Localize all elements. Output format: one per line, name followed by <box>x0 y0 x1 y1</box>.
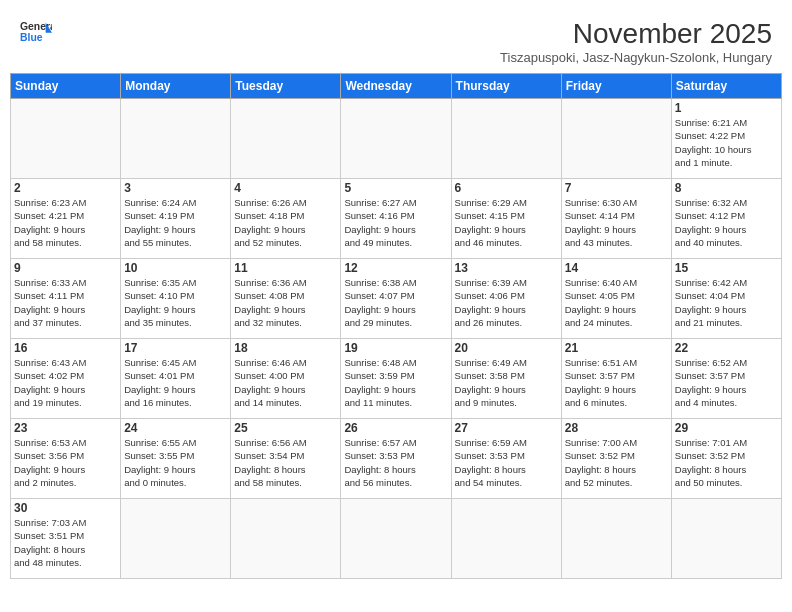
day-number: 23 <box>14 421 117 435</box>
calendar-day-cell: 22Sunrise: 6:52 AMSunset: 3:57 PMDayligh… <box>671 339 781 419</box>
calendar-day-cell: 20Sunrise: 6:49 AMSunset: 3:58 PMDayligh… <box>451 339 561 419</box>
calendar-table: SundayMondayTuesdayWednesdayThursdayFrid… <box>10 73 782 579</box>
calendar-day-cell <box>341 99 451 179</box>
calendar-week-row: 16Sunrise: 6:43 AMSunset: 4:02 PMDayligh… <box>11 339 782 419</box>
day-number: 11 <box>234 261 337 275</box>
month-year-title: November 2025 <box>500 18 772 50</box>
day-number: 17 <box>124 341 227 355</box>
day-number: 26 <box>344 421 447 435</box>
day-info: Sunrise: 6:52 AMSunset: 3:57 PMDaylight:… <box>675 356 778 409</box>
calendar-day-cell: 4Sunrise: 6:26 AMSunset: 4:18 PMDaylight… <box>231 179 341 259</box>
calendar-day-cell <box>231 499 341 579</box>
calendar-day-cell: 17Sunrise: 6:45 AMSunset: 4:01 PMDayligh… <box>121 339 231 419</box>
calendar-day-cell <box>451 499 561 579</box>
day-info: Sunrise: 6:45 AMSunset: 4:01 PMDaylight:… <box>124 356 227 409</box>
logo-icon: General Blue <box>20 18 52 46</box>
day-number: 22 <box>675 341 778 355</box>
day-info: Sunrise: 6:36 AMSunset: 4:08 PMDaylight:… <box>234 276 337 329</box>
calendar-day-cell <box>561 99 671 179</box>
calendar-day-cell: 6Sunrise: 6:29 AMSunset: 4:15 PMDaylight… <box>451 179 561 259</box>
day-number: 14 <box>565 261 668 275</box>
day-info: Sunrise: 6:48 AMSunset: 3:59 PMDaylight:… <box>344 356 447 409</box>
day-info: Sunrise: 6:29 AMSunset: 4:15 PMDaylight:… <box>455 196 558 249</box>
calendar-weekday-header: Sunday <box>11 74 121 99</box>
day-info: Sunrise: 6:46 AMSunset: 4:00 PMDaylight:… <box>234 356 337 409</box>
calendar-day-cell: 16Sunrise: 6:43 AMSunset: 4:02 PMDayligh… <box>11 339 121 419</box>
day-info: Sunrise: 7:03 AMSunset: 3:51 PMDaylight:… <box>14 516 117 569</box>
day-number: 18 <box>234 341 337 355</box>
calendar-week-row: 2Sunrise: 6:23 AMSunset: 4:21 PMDaylight… <box>11 179 782 259</box>
calendar-day-cell: 27Sunrise: 6:59 AMSunset: 3:53 PMDayligh… <box>451 419 561 499</box>
calendar-day-cell: 9Sunrise: 6:33 AMSunset: 4:11 PMDaylight… <box>11 259 121 339</box>
calendar-day-cell: 15Sunrise: 6:42 AMSunset: 4:04 PMDayligh… <box>671 259 781 339</box>
calendar-day-cell: 11Sunrise: 6:36 AMSunset: 4:08 PMDayligh… <box>231 259 341 339</box>
calendar-header-row: SundayMondayTuesdayWednesdayThursdayFrid… <box>11 74 782 99</box>
day-number: 27 <box>455 421 558 435</box>
svg-text:Blue: Blue <box>20 32 43 43</box>
calendar-day-cell: 18Sunrise: 6:46 AMSunset: 4:00 PMDayligh… <box>231 339 341 419</box>
day-number: 15 <box>675 261 778 275</box>
day-info: Sunrise: 6:23 AMSunset: 4:21 PMDaylight:… <box>14 196 117 249</box>
day-number: 6 <box>455 181 558 195</box>
calendar-weekday-header: Tuesday <box>231 74 341 99</box>
calendar-weekday-header: Friday <box>561 74 671 99</box>
calendar-week-row: 30Sunrise: 7:03 AMSunset: 3:51 PMDayligh… <box>11 499 782 579</box>
calendar-weekday-header: Monday <box>121 74 231 99</box>
calendar-day-cell <box>561 499 671 579</box>
day-info: Sunrise: 6:27 AMSunset: 4:16 PMDaylight:… <box>344 196 447 249</box>
day-info: Sunrise: 6:56 AMSunset: 3:54 PMDaylight:… <box>234 436 337 489</box>
calendar-day-cell <box>341 499 451 579</box>
day-info: Sunrise: 6:35 AMSunset: 4:10 PMDaylight:… <box>124 276 227 329</box>
calendar-day-cell: 28Sunrise: 7:00 AMSunset: 3:52 PMDayligh… <box>561 419 671 499</box>
day-number: 9 <box>14 261 117 275</box>
day-info: Sunrise: 6:55 AMSunset: 3:55 PMDaylight:… <box>124 436 227 489</box>
calendar-day-cell: 25Sunrise: 6:56 AMSunset: 3:54 PMDayligh… <box>231 419 341 499</box>
day-number: 21 <box>565 341 668 355</box>
day-number: 4 <box>234 181 337 195</box>
day-info: Sunrise: 6:30 AMSunset: 4:14 PMDaylight:… <box>565 196 668 249</box>
calendar-day-cell <box>121 99 231 179</box>
logo: General Blue <box>20 18 52 46</box>
calendar-day-cell <box>231 99 341 179</box>
calendar-weekday-header: Thursday <box>451 74 561 99</box>
day-info: Sunrise: 6:40 AMSunset: 4:05 PMDaylight:… <box>565 276 668 329</box>
day-number: 28 <box>565 421 668 435</box>
day-info: Sunrise: 6:43 AMSunset: 4:02 PMDaylight:… <box>14 356 117 409</box>
day-info: Sunrise: 6:21 AMSunset: 4:22 PMDaylight:… <box>675 116 778 169</box>
day-number: 29 <box>675 421 778 435</box>
day-info: Sunrise: 6:57 AMSunset: 3:53 PMDaylight:… <box>344 436 447 489</box>
calendar-day-cell <box>451 99 561 179</box>
calendar-day-cell: 7Sunrise: 6:30 AMSunset: 4:14 PMDaylight… <box>561 179 671 259</box>
calendar-day-cell: 1Sunrise: 6:21 AMSunset: 4:22 PMDaylight… <box>671 99 781 179</box>
calendar-day-cell: 30Sunrise: 7:03 AMSunset: 3:51 PMDayligh… <box>11 499 121 579</box>
calendar-weekday-header: Saturday <box>671 74 781 99</box>
day-number: 8 <box>675 181 778 195</box>
day-number: 13 <box>455 261 558 275</box>
calendar-day-cell <box>11 99 121 179</box>
page-header: General Blue November 2025 Tiszapuspoki,… <box>10 10 782 69</box>
calendar-day-cell: 14Sunrise: 6:40 AMSunset: 4:05 PMDayligh… <box>561 259 671 339</box>
day-info: Sunrise: 6:49 AMSunset: 3:58 PMDaylight:… <box>455 356 558 409</box>
day-number: 12 <box>344 261 447 275</box>
calendar-day-cell: 24Sunrise: 6:55 AMSunset: 3:55 PMDayligh… <box>121 419 231 499</box>
calendar-week-row: 23Sunrise: 6:53 AMSunset: 3:56 PMDayligh… <box>11 419 782 499</box>
day-number: 25 <box>234 421 337 435</box>
calendar-day-cell: 12Sunrise: 6:38 AMSunset: 4:07 PMDayligh… <box>341 259 451 339</box>
calendar-day-cell: 3Sunrise: 6:24 AMSunset: 4:19 PMDaylight… <box>121 179 231 259</box>
calendar-week-row: 1Sunrise: 6:21 AMSunset: 4:22 PMDaylight… <box>11 99 782 179</box>
day-info: Sunrise: 7:01 AMSunset: 3:52 PMDaylight:… <box>675 436 778 489</box>
calendar-day-cell: 8Sunrise: 6:32 AMSunset: 4:12 PMDaylight… <box>671 179 781 259</box>
day-number: 5 <box>344 181 447 195</box>
day-number: 19 <box>344 341 447 355</box>
calendar-weekday-header: Wednesday <box>341 74 451 99</box>
day-info: Sunrise: 6:24 AMSunset: 4:19 PMDaylight:… <box>124 196 227 249</box>
calendar-day-cell: 29Sunrise: 7:01 AMSunset: 3:52 PMDayligh… <box>671 419 781 499</box>
day-info: Sunrise: 6:42 AMSunset: 4:04 PMDaylight:… <box>675 276 778 329</box>
title-section: November 2025 Tiszapuspoki, Jasz-Nagykun… <box>500 18 772 65</box>
day-number: 10 <box>124 261 227 275</box>
location-subtitle: Tiszapuspoki, Jasz-Nagykun-Szolonk, Hung… <box>500 50 772 65</box>
day-info: Sunrise: 6:51 AMSunset: 3:57 PMDaylight:… <box>565 356 668 409</box>
day-number: 24 <box>124 421 227 435</box>
day-info: Sunrise: 6:26 AMSunset: 4:18 PMDaylight:… <box>234 196 337 249</box>
day-info: Sunrise: 6:59 AMSunset: 3:53 PMDaylight:… <box>455 436 558 489</box>
